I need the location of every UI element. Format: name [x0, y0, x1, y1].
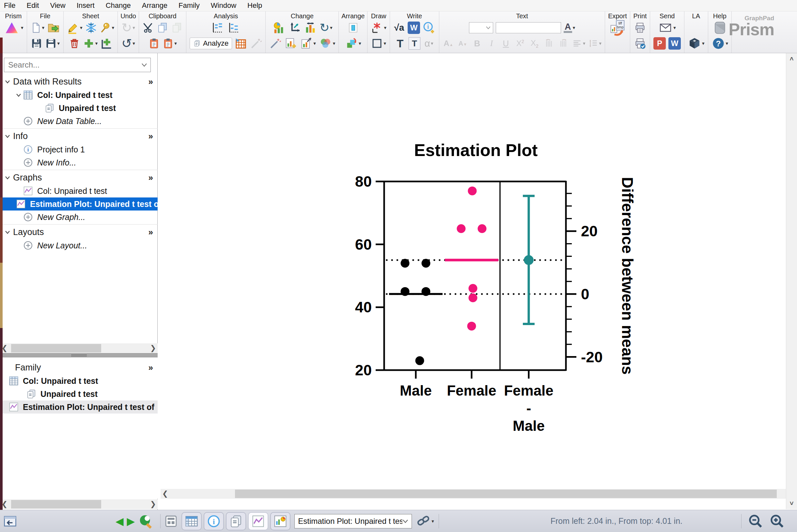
- zoom-in-icon[interactable]: [770, 514, 784, 529]
- rotate-graph-icon[interactable]: ↻▾: [319, 20, 333, 35]
- menu-item-help[interactable]: Help: [247, 1, 262, 10]
- section-header-graphs[interactable]: Graphs»: [0, 171, 158, 185]
- resize-graph-icon[interactable]: ▾: [299, 36, 317, 51]
- tree-item[interactable]: Col: Unpaired t test: [0, 89, 158, 101]
- ttest-analysis-icon[interactable]: [210, 20, 225, 35]
- draw-shape-icon[interactable]: ▾: [371, 36, 387, 51]
- email-icon[interactable]: ▾: [658, 20, 677, 35]
- text-box-icon[interactable]: T: [408, 36, 421, 51]
- new-sheet-icon[interactable]: ▾: [82, 36, 98, 51]
- cut-icon[interactable]: [141, 20, 155, 35]
- sheet-selector-dropdown[interactable]: Estimation Plot: Unpaired t test: [295, 514, 412, 528]
- expand-section-icon[interactable]: »: [149, 131, 153, 141]
- search-input[interactable]: [7, 60, 141, 70]
- expand-section-icon[interactable]: »: [149, 173, 153, 183]
- gallery-view-icon[interactable]: [164, 514, 178, 528]
- scroll-right-icon[interactable]: ❯: [149, 500, 158, 509]
- delete-sheet-icon[interactable]: [68, 36, 81, 51]
- section-header-info[interactable]: Info»: [0, 129, 158, 143]
- scroll-right-icon[interactable]: ❯: [149, 344, 158, 353]
- section-header-data-with-results[interactable]: Data with Results»: [0, 75, 158, 89]
- export-image-icon[interactable]: tiffbmp: [608, 20, 627, 35]
- menu-item-file[interactable]: File: [4, 1, 15, 10]
- print-icon[interactable]: [633, 20, 647, 35]
- view-data-tables-icon[interactable]: [182, 512, 202, 530]
- draw-points-icon[interactable]: ▾: [370, 20, 387, 35]
- previous-sheet-icon[interactable]: ◀: [116, 515, 124, 528]
- send-to-powerpoint-icon[interactable]: P: [653, 36, 666, 51]
- next-sheet-icon[interactable]: ▶: [127, 515, 135, 528]
- change-graph-type-icon[interactable]: [271, 20, 286, 35]
- ttest-analysis-2-icon[interactable]: [227, 20, 242, 35]
- analysis-table-icon[interactable]: [234, 36, 248, 51]
- menu-item-edit[interactable]: Edit: [26, 1, 39, 10]
- scroll-left-icon[interactable]: ❮: [160, 490, 170, 498]
- go-to-linked-sheet-icon[interactable]: [138, 514, 154, 529]
- help-icon[interactable]: ?▾: [711, 36, 729, 51]
- view-graphs-icon[interactable]: [248, 512, 268, 530]
- analyze-button[interactable]: Analyze: [189, 36, 233, 51]
- menu-item-change[interactable]: Change: [106, 1, 131, 10]
- view-results-icon[interactable]: [226, 512, 246, 530]
- font-size-combo[interactable]: [468, 20, 494, 35]
- tree-item[interactable]: Col: Unpaired t test: [0, 374, 158, 387]
- open-file-icon[interactable]: [46, 20, 61, 35]
- prism-guides-icon[interactable]: [712, 20, 727, 35]
- prism-logo-icon[interactable]: ▾: [3, 20, 24, 35]
- paste-icon[interactable]: [148, 36, 160, 51]
- word-notes-icon[interactable]: W: [407, 20, 421, 35]
- highlight-sheet-icon[interactable]: ▾: [66, 20, 83, 35]
- tree-item[interactable]: Estimation Plot: Unpaired t test of: [0, 197, 158, 210]
- sidebar-horizontal-scrollbar[interactable]: ❮ ❯: [0, 343, 158, 353]
- add-plot-icon[interactable]: [283, 36, 298, 51]
- tree-item[interactable]: Col: Unpaired t test: [0, 185, 158, 197]
- section-header-layouts[interactable]: Layouts»: [0, 225, 158, 239]
- arrange-objects-icon[interactable]: ▾: [344, 36, 362, 51]
- save-as-icon[interactable]: ▾: [44, 36, 61, 51]
- scrollbar-thumb[interactable]: [11, 500, 101, 509]
- view-info-icon[interactable]: i: [204, 512, 224, 530]
- canvas-vertical-scrollbar[interactable]: ˄ ˅: [786, 53, 797, 509]
- tree-item[interactable]: Unpaired t test: [0, 387, 158, 400]
- save-icon[interactable]: [30, 36, 43, 51]
- collapse-navigator-icon[interactable]: [3, 514, 18, 528]
- chevron-down-icon[interactable]: [4, 176, 11, 179]
- copy-icon[interactable]: [156, 20, 169, 35]
- chevron-down-icon[interactable]: [4, 80, 11, 83]
- freeze-sheet-icon[interactable]: [84, 20, 98, 35]
- new-graph-sheet-icon[interactable]: [99, 36, 113, 51]
- search-box[interactable]: [4, 58, 151, 72]
- chevron-down-icon[interactable]: [141, 63, 147, 67]
- layout-assistant-icon[interactable]: ▾: [687, 36, 705, 51]
- scroll-down-icon[interactable]: ˅: [790, 500, 794, 507]
- tree-item[interactable]: New Graph...: [0, 210, 158, 224]
- chevron-down-icon[interactable]: [15, 93, 22, 97]
- menu-item-window[interactable]: Window: [211, 1, 236, 10]
- paste-special-icon[interactable]: ▾: [162, 36, 177, 51]
- selection-tool-icon[interactable]: [347, 20, 360, 35]
- zoom-out-icon[interactable]: [748, 514, 763, 529]
- menu-item-arrange[interactable]: Arrange: [142, 1, 167, 10]
- graph-page-canvas[interactable]: ❮: [160, 53, 786, 499]
- magic-wand-icon[interactable]: [268, 36, 282, 51]
- menu-item-family[interactable]: Family: [178, 1, 200, 10]
- tree-item[interactable]: New Info...: [0, 156, 158, 169]
- canvas-horizontal-scrollbar[interactable]: ❮: [160, 489, 786, 499]
- tree-item[interactable]: iProject info 1: [0, 143, 158, 156]
- menu-item-insert[interactable]: Insert: [77, 1, 95, 10]
- expand-section-icon[interactable]: »: [149, 77, 153, 87]
- view-layouts-icon[interactable]: [270, 512, 290, 530]
- expand-family-icon[interactable]: »: [149, 363, 153, 373]
- tree-item[interactable]: New Layout...: [0, 239, 158, 252]
- family-horizontal-scrollbar[interactable]: ❮ ❯: [0, 499, 158, 509]
- expand-section-icon[interactable]: »: [149, 227, 153, 237]
- text-tool-icon[interactable]: T: [394, 36, 407, 51]
- new-info-icon[interactable]: i: [422, 20, 436, 35]
- send-to-word-icon[interactable]: W: [668, 36, 681, 51]
- scroll-up-icon[interactable]: ˄: [790, 55, 794, 63]
- font-color-icon[interactable]: A▾: [563, 20, 576, 35]
- font-name-combo[interactable]: [495, 20, 562, 35]
- color-scheme-icon[interactable]: ▾: [318, 36, 336, 51]
- chevron-down-icon[interactable]: [4, 134, 11, 138]
- sidebar-splitter[interactable]: [0, 353, 158, 357]
